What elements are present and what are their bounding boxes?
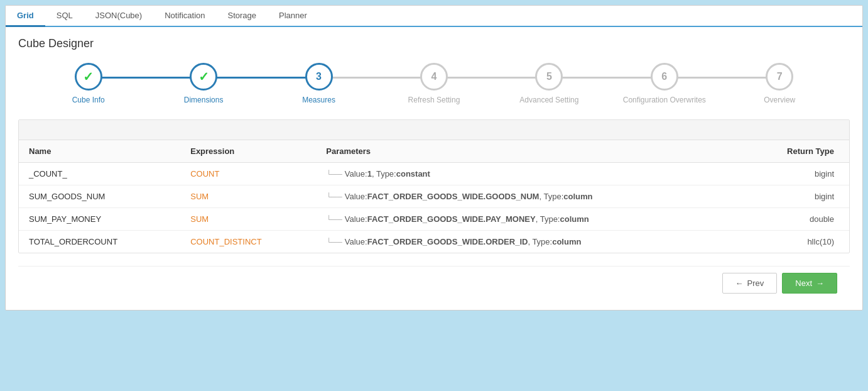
row-2-params: └── Value:FACT_ORDER_GOODS_WIDE.GOODS_NU…: [316, 185, 742, 208]
tab-grid[interactable]: Grid: [6, 6, 45, 27]
step-1: ✓ Cube Info: [31, 63, 146, 104]
step-2-check: ✓: [198, 69, 209, 84]
next-label: Next: [795, 278, 812, 288]
row-2-param-text: Value:FACT_ORDER_GOODS_WIDE.GOODS_NUM, T…: [345, 192, 593, 201]
tab-sql[interactable]: SQL: [45, 6, 84, 27]
step-4: 4 Refresh Setting: [376, 63, 491, 104]
row-3-indent: └──: [326, 215, 342, 224]
row-1-return: bigint: [742, 163, 849, 185]
row-1-params: └── Value:1, Type:constant: [316, 163, 742, 185]
step-3-number: 3: [316, 71, 322, 82]
row-4-expression: COUNT_DISTINCT: [180, 231, 316, 253]
row-1-indent: └──: [326, 170, 342, 179]
row-4-indent: └──: [326, 238, 342, 246]
stepper: ✓ Cube Info ✓ Dimensions 3 Measures: [18, 63, 850, 104]
step-5-label: Advanced Setting: [519, 96, 578, 104]
step-2: ✓ Dimensions: [146, 63, 261, 104]
tab-bar: Grid SQL JSON(Cube) Notification Storage…: [6, 6, 862, 27]
step-4-number: 4: [431, 71, 437, 82]
step-7: 7 Overview: [722, 63, 837, 104]
page-content: Cube Designer ✓ Cube Info ✓ Dimensions: [6, 27, 862, 310]
footer: ← Prev Next →: [18, 266, 850, 300]
row-4-return: hllc(10): [742, 231, 849, 253]
step-6-number: 6: [661, 71, 667, 82]
col-expression: Expression: [180, 140, 316, 163]
next-button[interactable]: Next →: [782, 273, 837, 294]
step-7-circle: 7: [766, 63, 793, 91]
step-6: 6 Configuration Overwrites: [607, 63, 722, 104]
table-header-bar: [19, 120, 849, 140]
row-2-expression: SUM: [180, 185, 316, 208]
step-6-circle: 6: [651, 63, 678, 91]
prev-label: Prev: [747, 278, 764, 288]
row-4-name: TOTAL_ORDERCOUNT: [19, 231, 180, 253]
row-2-return: bigint: [742, 185, 849, 208]
table-row: SUM_GOODS_NUM SUM └── Value:FACT_ORDER_G…: [19, 185, 849, 208]
table-row: TOTAL_ORDERCOUNT COUNT_DISTINCT └── Valu…: [19, 231, 849, 253]
row-3-params: └── Value:FACT_ORDER_GOODS_WIDE.PAY_MONE…: [316, 208, 742, 231]
row-1-name: _COUNT_: [19, 163, 180, 185]
step-7-number: 7: [777, 71, 783, 82]
row-2-indent: └──: [326, 192, 342, 201]
step-5-circle: 5: [535, 63, 563, 91]
row-1-param-text: Value:1, Type:constant: [345, 169, 430, 179]
step-3: 3 Measures: [261, 63, 376, 104]
measures-table-section: Name Expression Parameters Return Type _…: [18, 119, 850, 253]
row-3-expression: SUM: [180, 208, 316, 231]
tab-planner[interactable]: Planner: [268, 6, 318, 27]
table-row: SUM_PAY_MONEY SUM └── Value:FACT_ORDER_G…: [19, 208, 849, 231]
main-container: Grid SQL JSON(Cube) Notification Storage…: [5, 5, 863, 311]
row-3-param-text: Value:FACT_ORDER_GOODS_WIDE.PAY_MONEY, T…: [345, 214, 589, 224]
row-3-return: double: [742, 208, 849, 231]
tab-storage[interactable]: Storage: [216, 6, 268, 27]
step-5: 5 Advanced Setting: [492, 63, 607, 104]
row-3-name: SUM_PAY_MONEY: [19, 208, 180, 231]
table-row: _COUNT_ COUNT └── Value:1, Type:constant…: [19, 163, 849, 185]
step-3-label: Measures: [302, 96, 335, 104]
step-2-circle: ✓: [190, 63, 217, 91]
step-7-label: Overview: [764, 96, 795, 104]
row-4-param-text: Value:FACT_ORDER_GOODS_WIDE.ORDER_ID, Ty…: [345, 237, 582, 246]
next-arrow-icon: →: [816, 278, 824, 288]
step-1-circle: ✓: [75, 63, 102, 91]
step-6-label: Configuration Overwrites: [623, 96, 706, 104]
prev-button[interactable]: ← Prev: [722, 273, 778, 294]
prev-arrow-icon: ←: [735, 278, 744, 288]
row-4-params: └── Value:FACT_ORDER_GOODS_WIDE.ORDER_ID…: [316, 231, 742, 253]
page-title: Cube Designer: [18, 37, 850, 50]
tab-notification[interactable]: Notification: [153, 6, 216, 27]
step-3-circle: 3: [305, 63, 333, 91]
measures-table: Name Expression Parameters Return Type _…: [19, 140, 849, 253]
col-parameters: Parameters: [316, 140, 742, 163]
tab-json-cube[interactable]: JSON(Cube): [84, 6, 153, 27]
step-4-circle: 4: [420, 63, 448, 91]
step-1-check: ✓: [83, 69, 94, 84]
step-2-label: Dimensions: [184, 96, 224, 104]
table-header-row: Name Expression Parameters Return Type: [19, 140, 849, 163]
col-name: Name: [19, 140, 180, 163]
step-1-label: Cube Info: [72, 96, 105, 104]
step-4-label: Refresh Setting: [408, 96, 460, 104]
row-2-name: SUM_GOODS_NUM: [19, 185, 180, 208]
row-1-expression: COUNT: [180, 163, 316, 185]
step-5-number: 5: [546, 71, 552, 82]
col-return-type: Return Type: [742, 140, 849, 163]
